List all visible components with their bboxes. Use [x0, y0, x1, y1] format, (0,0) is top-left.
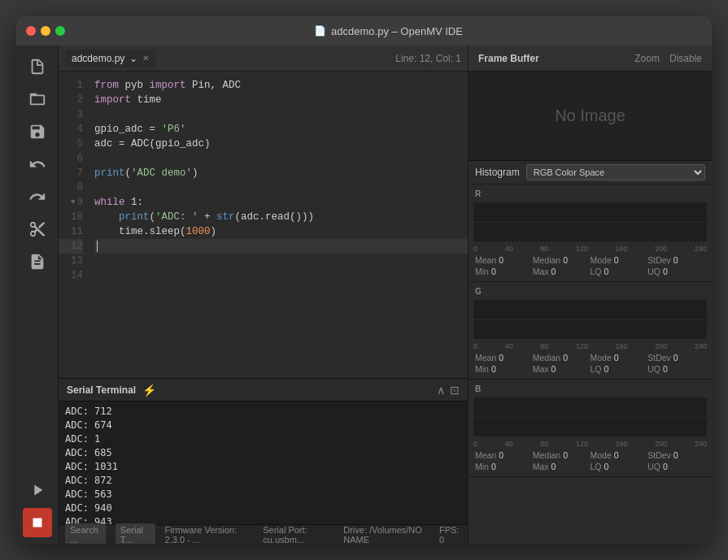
- tab-dropdown-icon[interactable]: ⌄: [129, 53, 137, 64]
- tab-close-icon[interactable]: ✕: [142, 54, 149, 63]
- new-file-button[interactable]: [23, 52, 52, 81]
- terminal-title: Serial Terminal: [67, 384, 136, 396]
- histogram-header: Histogram RGB Color Space Grayscale LAB …: [469, 161, 712, 184]
- zoom-button[interactable]: Zoom: [634, 53, 660, 64]
- cursor-position: Line: 12, Col: 1: [395, 53, 461, 64]
- undo-button[interactable]: [23, 150, 52, 179]
- terminal-line: ADC: 1: [65, 432, 461, 446]
- terminal-connect-icon[interactable]: ⚡: [142, 384, 156, 397]
- disable-button[interactable]: Disable: [669, 53, 702, 64]
- editor-tab[interactable]: adcdemo.py ⌄ ✕: [65, 50, 155, 67]
- code-editor[interactable]: 1234 5678 ▼9 101112 1314 from pyb import…: [59, 72, 468, 378]
- r-stats: Mean0 Median 0 Mode 0 StDev 0 Min 0 Max …: [469, 254, 712, 278]
- save-file-button[interactable]: [23, 117, 52, 146]
- no-image-area: No Image: [469, 72, 712, 161]
- close-button[interactable]: [26, 26, 36, 36]
- serial-port-status: Serial Port: cu.usbm...: [263, 525, 333, 545]
- histogram-label: Histogram: [475, 167, 520, 178]
- right-panel: Frame Buffer Zoom Disable No Image Histo…: [468, 46, 712, 544]
- script-button[interactable]: [23, 247, 52, 276]
- terminal-content[interactable]: ADC: 712 ADC: 674 ADC: 1 ADC: 685 ADC: 1…: [59, 402, 468, 524]
- g-axis: 04080120160200240: [469, 341, 712, 351]
- serial-port-label: Serial Port: cu.usbm...: [263, 525, 333, 545]
- r-axis: 04080120160200240: [469, 244, 712, 254]
- histogram-panel: Histogram RGB Color Space Grayscale LAB …: [469, 161, 712, 544]
- firmware-status: Firmware Version: 2.3.0 - ...: [165, 525, 254, 545]
- line-numbers: 1234 5678 ▼9 101112 1314: [59, 72, 88, 378]
- main-content: adcdemo.py ⌄ ✕ Line: 12, Col: 1 1234 567…: [16, 46, 712, 544]
- g-channel-label: G: [469, 285, 712, 297]
- terminal-header: Serial Terminal ⚡ ∧ ⊡: [59, 379, 468, 402]
- r-histogram-chart: [473, 202, 707, 242]
- no-image-text: No Image: [555, 106, 626, 125]
- redo-button[interactable]: [23, 182, 52, 211]
- terminal-line: ADC: 940: [65, 501, 461, 515]
- minimize-button[interactable]: [41, 26, 50, 36]
- sidebar: [16, 46, 59, 544]
- terminal-expand-btn[interactable]: ⊡: [450, 384, 460, 397]
- editor-area: adcdemo.py ⌄ ✕ Line: 12, Col: 1 1234 567…: [59, 46, 468, 544]
- drive-status: Drive: /Volumes/NO NAME: [343, 525, 429, 545]
- main-window: 📄 adcdemo.py – OpenMV IDE: [16, 16, 712, 544]
- maximize-button[interactable]: [55, 26, 65, 36]
- g-histogram-chart: [473, 299, 707, 340]
- window-title: 📄 adcdemo.py – OpenMV IDE: [75, 25, 702, 37]
- serial-terminal: Serial Terminal ⚡ ∧ ⊡ ADC: 712 ADC: 674 …: [59, 378, 468, 524]
- terminal-line: ADC: 674: [65, 419, 461, 432]
- terminal-line: ADC: 872: [65, 474, 461, 488]
- stop-button[interactable]: [23, 508, 52, 537]
- firmware-label: Firmware Version: 2.3.0 - ...: [165, 525, 254, 545]
- frame-buffer-header: Frame Buffer Zoom Disable: [469, 46, 712, 72]
- terminal-collapse-btn[interactable]: ∧: [437, 384, 445, 397]
- b-channel-label: B: [469, 383, 712, 395]
- b-histogram-chart: [473, 397, 707, 437]
- code-content[interactable]: from pyb import Pin, ADC import time gpi…: [88, 72, 468, 378]
- run-button[interactable]: [23, 475, 52, 505]
- b-axis: 04080120160200240: [469, 439, 712, 449]
- window-title-text: adcdemo.py – OpenMV IDE: [331, 25, 463, 37]
- terminal-line: ADC: 685: [65, 446, 461, 460]
- serial-tab-label: Serial T...: [120, 525, 150, 545]
- terminal-line: ADC: 712: [65, 405, 461, 419]
- b-channel-section: B 04080120160200240 Mean 0 Median 0: [469, 380, 712, 477]
- r-channel-label: R: [469, 188, 712, 200]
- fps-status: FPS: 0: [439, 525, 461, 545]
- cut-button[interactable]: [23, 215, 52, 244]
- terminal-line: ADC: 563: [65, 488, 461, 501]
- r-channel-section: R 04080120160200240 Mean0 Median 0: [469, 184, 712, 282]
- open-file-button[interactable]: [23, 85, 52, 114]
- serial-status[interactable]: Serial T...: [116, 523, 155, 545]
- frame-buffer-title: Frame Buffer: [478, 53, 539, 64]
- search-label: Search ...: [70, 525, 101, 545]
- b-stats: Mean 0 Median 0 Mode 0 StDev 0 Min 0 Max…: [469, 449, 712, 473]
- terminal-line: ADC: 1031: [65, 460, 461, 474]
- titlebar: 📄 adcdemo.py – OpenMV IDE: [16, 16, 712, 46]
- color-space-select[interactable]: RGB Color Space Grayscale LAB Color Spac…: [526, 164, 705, 180]
- traffic-lights: [26, 26, 65, 36]
- g-channel-section: G 04080120160200240 Mean 0 Median 0: [469, 282, 712, 380]
- g-stats: Mean 0 Median 0 Mode 0 StDev 0 Min 0 Max…: [469, 351, 712, 376]
- tab-filename: adcdemo.py: [72, 53, 124, 64]
- drive-label: Drive: /Volumes/NO NAME: [343, 525, 429, 545]
- fps-label: FPS: 0: [439, 525, 461, 545]
- title-file-icon: 📄: [314, 25, 326, 37]
- statusbar: Search ... Serial T... Firmware Version:…: [59, 524, 468, 544]
- search-status[interactable]: Search ...: [65, 523, 106, 545]
- editor-header: adcdemo.py ⌄ ✕ Line: 12, Col: 1: [59, 46, 468, 72]
